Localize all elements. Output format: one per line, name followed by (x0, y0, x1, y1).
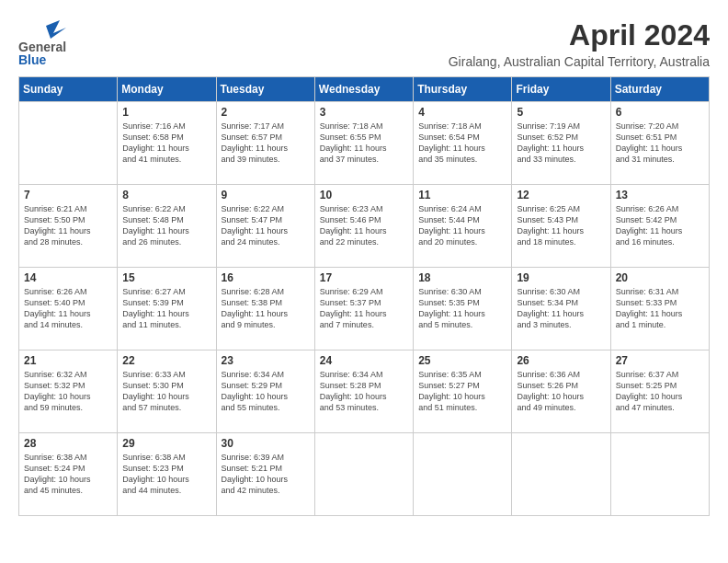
week-row-2: 7Sunrise: 6:21 AMSunset: 5:50 PMDaylight… (19, 185, 710, 268)
day-info: Sunrise: 6:26 AMSunset: 5:40 PMDaylight:… (24, 286, 112, 331)
day-number: 3 (320, 106, 408, 119)
day-number: 29 (122, 437, 210, 450)
day-info: Sunrise: 6:26 AMSunset: 5:42 PMDaylight:… (616, 203, 704, 248)
calendar-cell: 29Sunrise: 6:38 AMSunset: 5:23 PMDayligh… (118, 433, 216, 516)
calendar-cell (19, 102, 118, 185)
day-number: 26 (517, 354, 605, 367)
day-info: Sunrise: 6:21 AMSunset: 5:50 PMDaylight:… (24, 203, 112, 248)
week-row-1: 1Sunrise: 7:16 AMSunset: 6:58 PMDaylight… (19, 102, 710, 185)
day-info: Sunrise: 6:33 AMSunset: 5:30 PMDaylight:… (122, 369, 210, 414)
calendar-cell: 6Sunrise: 7:20 AMSunset: 6:51 PMDaylight… (610, 102, 709, 185)
days-header-row: SundayMondayTuesdayWednesdayThursdayFrid… (19, 77, 710, 102)
day-number: 9 (222, 189, 310, 201)
calendar-cell: 9Sunrise: 6:22 AMSunset: 5:47 PMDaylight… (216, 185, 314, 268)
header: General Blue April 2024 Giralang, Austra… (18, 18, 710, 69)
day-info: Sunrise: 7:18 AMSunset: 6:54 PMDaylight:… (418, 121, 506, 166)
day-number: 16 (222, 271, 310, 284)
day-number: 5 (517, 106, 605, 119)
day-info: Sunrise: 6:23 AMSunset: 5:46 PMDaylight:… (320, 203, 408, 248)
calendar-cell: 30Sunrise: 6:39 AMSunset: 5:21 PMDayligh… (216, 433, 314, 516)
title-block: April 2024 Giralang, Australian Capital … (449, 18, 710, 69)
calendar-cell: 4Sunrise: 7:18 AMSunset: 6:54 PMDaylight… (414, 102, 512, 185)
header-friday: Friday (512, 77, 610, 102)
calendar-cell: 3Sunrise: 7:18 AMSunset: 6:55 PMDaylight… (314, 102, 413, 185)
calendar-cell: 15Sunrise: 6:27 AMSunset: 5:39 PMDayligh… (118, 268, 216, 350)
calendar-cell: 21Sunrise: 6:32 AMSunset: 5:32 PMDayligh… (19, 350, 118, 433)
day-info: Sunrise: 6:32 AMSunset: 5:32 PMDaylight:… (24, 369, 112, 414)
day-number: 1 (122, 106, 210, 119)
calendar-cell (512, 433, 610, 516)
calendar-cell: 18Sunrise: 6:30 AMSunset: 5:35 PMDayligh… (414, 268, 512, 350)
day-info: Sunrise: 6:30 AMSunset: 5:34 PMDaylight:… (517, 286, 605, 331)
week-row-3: 14Sunrise: 6:26 AMSunset: 5:40 PMDayligh… (19, 268, 710, 350)
calendar-cell (610, 433, 709, 516)
calendar-cell: 7Sunrise: 6:21 AMSunset: 5:50 PMDaylight… (19, 185, 118, 268)
day-info: Sunrise: 6:37 AMSunset: 5:25 PMDaylight:… (616, 369, 704, 414)
day-info: Sunrise: 6:34 AMSunset: 5:28 PMDaylight:… (320, 369, 408, 414)
day-info: Sunrise: 6:38 AMSunset: 5:24 PMDaylight:… (24, 452, 112, 497)
day-number: 10 (320, 189, 408, 201)
calendar-cell: 27Sunrise: 6:37 AMSunset: 5:25 PMDayligh… (610, 350, 709, 433)
week-row-4: 21Sunrise: 6:32 AMSunset: 5:32 PMDayligh… (19, 350, 710, 433)
day-info: Sunrise: 6:36 AMSunset: 5:26 PMDaylight:… (517, 369, 605, 414)
calendar-cell: 12Sunrise: 6:25 AMSunset: 5:43 PMDayligh… (512, 185, 610, 268)
calendar-cell: 8Sunrise: 6:22 AMSunset: 5:48 PMDaylight… (118, 185, 216, 268)
day-number: 23 (222, 354, 310, 367)
logo-svg: General Blue (18, 18, 101, 64)
day-info: Sunrise: 6:35 AMSunset: 5:27 PMDaylight:… (418, 369, 506, 414)
day-number: 27 (616, 354, 704, 367)
calendar-cell: 11Sunrise: 6:24 AMSunset: 5:44 PMDayligh… (414, 185, 512, 268)
svg-marker-0 (46, 20, 66, 39)
calendar-cell: 17Sunrise: 6:29 AMSunset: 5:37 PMDayligh… (314, 268, 413, 350)
day-number: 24 (320, 354, 408, 367)
calendar-cell: 19Sunrise: 6:30 AMSunset: 5:34 PMDayligh… (512, 268, 610, 350)
day-info: Sunrise: 6:31 AMSunset: 5:33 PMDaylight:… (616, 286, 704, 331)
day-number: 25 (418, 354, 506, 367)
header-saturday: Saturday (610, 77, 709, 102)
day-number: 19 (517, 271, 605, 284)
day-number: 8 (122, 189, 210, 201)
calendar-cell: 1Sunrise: 7:16 AMSunset: 6:58 PMDaylight… (118, 102, 216, 185)
calendar-cell: 28Sunrise: 6:38 AMSunset: 5:24 PMDayligh… (19, 433, 118, 516)
calendar-cell: 10Sunrise: 6:23 AMSunset: 5:46 PMDayligh… (314, 185, 413, 268)
day-info: Sunrise: 6:30 AMSunset: 5:35 PMDaylight:… (418, 286, 506, 331)
calendar-table: SundayMondayTuesdayWednesdayThursdayFrid… (18, 76, 710, 516)
day-number: 7 (24, 189, 112, 201)
day-info: Sunrise: 6:27 AMSunset: 5:39 PMDaylight:… (122, 286, 210, 331)
calendar-cell: 5Sunrise: 7:19 AMSunset: 6:52 PMDaylight… (512, 102, 610, 185)
day-info: Sunrise: 6:39 AMSunset: 5:21 PMDaylight:… (222, 452, 310, 497)
day-info: Sunrise: 7:20 AMSunset: 6:51 PMDaylight:… (616, 121, 704, 166)
day-info: Sunrise: 6:25 AMSunset: 5:43 PMDaylight:… (517, 203, 605, 248)
calendar-cell: 26Sunrise: 6:36 AMSunset: 5:26 PMDayligh… (512, 350, 610, 433)
day-number: 30 (222, 437, 310, 450)
day-number: 28 (24, 437, 112, 450)
day-number: 20 (616, 271, 704, 284)
day-info: Sunrise: 7:18 AMSunset: 6:55 PMDaylight:… (320, 121, 408, 166)
logo: General Blue (18, 18, 101, 64)
location-title: Giralang, Australian Capital Territory, … (449, 54, 710, 69)
calendar-cell: 22Sunrise: 6:33 AMSunset: 5:30 PMDayligh… (118, 350, 216, 433)
day-number: 17 (320, 271, 408, 284)
day-number: 15 (122, 271, 210, 284)
day-number: 18 (418, 271, 506, 284)
calendar-cell: 14Sunrise: 6:26 AMSunset: 5:40 PMDayligh… (19, 268, 118, 350)
day-number: 21 (24, 354, 112, 367)
calendar-cell (414, 433, 512, 516)
day-number: 2 (222, 106, 310, 119)
calendar-cell: 2Sunrise: 7:17 AMSunset: 6:57 PMDaylight… (216, 102, 314, 185)
header-tuesday: Tuesday (216, 77, 314, 102)
day-info: Sunrise: 6:24 AMSunset: 5:44 PMDaylight:… (418, 203, 506, 248)
day-info: Sunrise: 6:29 AMSunset: 5:37 PMDaylight:… (320, 286, 408, 331)
day-number: 4 (418, 106, 506, 119)
day-info: Sunrise: 6:34 AMSunset: 5:29 PMDaylight:… (222, 369, 310, 414)
header-thursday: Thursday (414, 77, 512, 102)
day-info: Sunrise: 7:16 AMSunset: 6:58 PMDaylight:… (122, 121, 210, 166)
header-wednesday: Wednesday (314, 77, 413, 102)
calendar-cell: 13Sunrise: 6:26 AMSunset: 5:42 PMDayligh… (610, 185, 709, 268)
calendar-cell: 23Sunrise: 6:34 AMSunset: 5:29 PMDayligh… (216, 350, 314, 433)
calendar-cell: 20Sunrise: 6:31 AMSunset: 5:33 PMDayligh… (610, 268, 709, 350)
day-number: 11 (418, 189, 506, 201)
calendar-cell: 16Sunrise: 6:28 AMSunset: 5:38 PMDayligh… (216, 268, 314, 350)
month-title: April 2024 (449, 18, 710, 52)
day-number: 13 (616, 189, 704, 201)
